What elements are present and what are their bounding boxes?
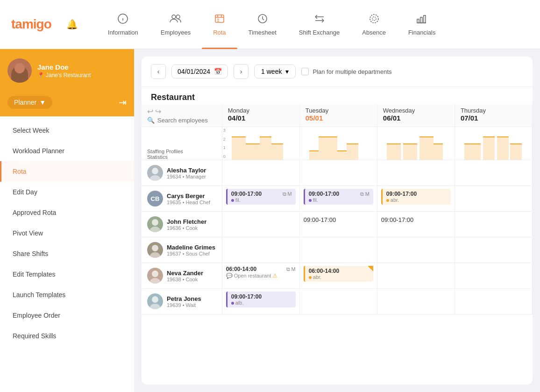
table-row: John Fletcher 19636 • Cook 09:00-17:00 (142, 212, 533, 237)
shift-cell[interactable] (377, 237, 455, 263)
sidebar-item-approved-rota[interactable]: Approved Rota (0, 202, 134, 223)
nav-item-absence[interactable]: Absence (351, 0, 397, 49)
nav-item-timesheet[interactable]: Timesheet (237, 0, 288, 49)
shift-cell[interactable] (222, 237, 299, 263)
nav-item-rota[interactable]: Rota (202, 0, 237, 49)
stats-thursday (455, 127, 532, 160)
sidebar-item-workload-planner[interactable]: Workload Planner (0, 141, 134, 161)
avatar (147, 293, 163, 309)
shift-cell-carys-wed[interactable]: 09:00-17:00 abr. (377, 186, 455, 212)
stats-tuesday (299, 127, 377, 160)
nav-item-shift-exchange[interactable]: Shift Exchange (288, 0, 351, 49)
nav-label-information: Information (108, 29, 138, 36)
shift-cell-carys-tue[interactable]: 09:00-17:00 ⧉ M fil. (299, 186, 377, 212)
sidebar-item-employee-order[interactable]: Employee Order (0, 305, 134, 326)
bell-icon[interactable]: 🔔 (66, 19, 78, 30)
sidebar-nav: Select Week Workload Planner Rota Edit D… (0, 116, 134, 392)
multi-dept-checkbox[interactable] (301, 68, 309, 75)
svg-point-3 (172, 15, 176, 19)
copy-icon: ⧉ (360, 191, 364, 197)
avatar (147, 242, 163, 258)
sidebar-item-rota[interactable]: Rota (0, 161, 134, 182)
undo-button[interactable]: ↩ (147, 107, 153, 116)
shift-cell[interactable] (377, 289, 455, 314)
toolbar: ‹ 04/01/2024 📅 › 1 week ▾ Plan for multi… (142, 57, 533, 87)
content-card: ‹ 04/01/2024 📅 › 1 week ▾ Plan for multi… (142, 57, 533, 385)
sidebar-item-required-skills[interactable]: Required Skills (0, 326, 134, 346)
comment-icon: 💬 (226, 273, 233, 279)
nav-item-information[interactable]: Information (97, 0, 149, 49)
nav-item-employees[interactable]: Employees (149, 0, 202, 49)
svg-point-27 (150, 304, 160, 309)
stats-label-cell: Staffing Profiles Statistics (142, 127, 222, 160)
sidebar-item-share-shifts[interactable]: Share Shifts (0, 243, 134, 264)
avatar: CB (147, 191, 163, 207)
shift-cell-john-tue[interactable]: 09:00-17:00 (299, 212, 377, 237)
nav-item-financials[interactable]: Financials (397, 0, 447, 49)
shift-cell-neva-tue[interactable]: 06:00-14:00 abr. (299, 263, 377, 289)
search-row: ↩ ↪ 🔍 Monday 04/01 (142, 104, 533, 127)
sidebar-header: Jane Doe 📍 Jane's Restaurant (0, 49, 134, 92)
svg-point-13 (370, 14, 378, 23)
nav-label-employees: Employees (161, 29, 191, 36)
sidebar-item-launch-templates[interactable]: Launch Templates (0, 285, 134, 305)
shift-cell[interactable] (455, 237, 532, 263)
shift-cell[interactable] (299, 160, 377, 186)
m-badge: M (291, 266, 296, 272)
sidebar-item-edit-templates[interactable]: Edit Templates (0, 264, 134, 285)
sidebar-item-edit-day[interactable]: Edit Day (0, 182, 134, 202)
sidebar: Jane Doe 📍 Jane's Restaurant Planner ▼ ⇥… (0, 49, 134, 392)
week-dropdown[interactable]: 1 week ▾ (254, 64, 296, 78)
table-row: Petra Jones 19639 • Wait 09:00-17:00 alb (142, 289, 533, 314)
shift-cell[interactable] (222, 212, 299, 237)
nav-label-timesheet: Timesheet (249, 29, 277, 36)
shift-cell[interactable] (455, 212, 532, 237)
shift-cell-carys-mon[interactable]: 09:00-17:00 ⧉ M fil. (222, 186, 299, 212)
m-badge: M (288, 191, 292, 197)
prev-button[interactable]: ‹ (151, 64, 166, 79)
sidebar-user-location: 📍 Jane's Restaurant (37, 72, 127, 78)
shift-cell-carys-thu[interactable] (455, 186, 532, 212)
financials-icon (416, 13, 427, 26)
svg-rect-14 (417, 19, 419, 23)
svg-point-19 (150, 175, 160, 181)
shift-cell[interactable] (299, 289, 377, 314)
avatar (147, 165, 163, 181)
table-row: Madeline Grimes 19637 • Sous Chef (142, 237, 533, 263)
rota-table: ↩ ↪ 🔍 Monday 04/01 (142, 104, 533, 385)
next-button[interactable]: › (234, 64, 249, 79)
logout-button[interactable]: ⇥ (119, 97, 127, 108)
svg-point-22 (152, 245, 158, 251)
shift-cell[interactable] (222, 160, 299, 186)
nav-label-absence: Absence (362, 29, 386, 36)
shift-cell[interactable] (455, 160, 532, 186)
planner-dropdown-button[interactable]: Planner ▼ (7, 96, 52, 109)
shift-cell-neva-mon[interactable]: 06:00-14:00 ⧉ M 💬 Open restaurant (222, 263, 299, 289)
shift-cell[interactable] (377, 263, 455, 289)
search-input[interactable] (157, 117, 216, 124)
shift-exchange-icon (313, 13, 326, 26)
svg-point-25 (150, 278, 160, 284)
shift-cell[interactable] (455, 289, 532, 314)
content-area: ‹ 04/01/2024 📅 › 1 week ▾ Plan for multi… (134, 49, 540, 392)
calendar-icon[interactable]: 📅 (214, 68, 222, 75)
svg-point-21 (150, 227, 160, 232)
shift-cell-john-wed[interactable]: 09:00-17:00 (377, 212, 455, 237)
date-display[interactable]: 04/01/2024 📅 (171, 64, 228, 78)
day-header-tuesday: Tuesday 05/01 (299, 104, 377, 127)
stats-monday: 3210 (222, 127, 299, 160)
redo-button[interactable]: ↪ (155, 107, 161, 116)
sidebar-item-pivot-view[interactable]: Pivot View (0, 223, 134, 243)
main-layout: Jane Doe 📍 Jane's Restaurant Planner ▼ ⇥… (0, 49, 540, 392)
employees-icon (170, 13, 182, 26)
shift-cell[interactable] (455, 263, 532, 289)
sidebar-item-select-week[interactable]: Select Week (0, 120, 134, 141)
m-badge: M (365, 191, 369, 197)
table-row: Neva Zander 19638 • Cook 06:00-14:00 (142, 263, 533, 289)
shift-cell[interactable] (299, 237, 377, 263)
table-row: Alesha Taylor 19634 • Manager (142, 160, 533, 186)
shift-cell-petra-mon[interactable]: 09:00-17:00 alb. (222, 289, 299, 314)
avatar (147, 216, 163, 232)
shift-cell[interactable] (377, 160, 455, 186)
stats-wednesday (377, 127, 455, 160)
